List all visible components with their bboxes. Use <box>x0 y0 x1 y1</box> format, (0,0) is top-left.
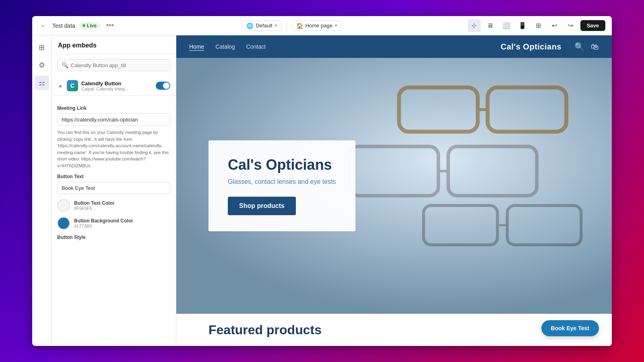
button-text-color-swatch[interactable] <box>57 199 70 212</box>
button-bg-color-swatch[interactable] <box>57 217 70 230</box>
chevron-down-icon: ▾ <box>275 23 277 28</box>
store-nav: Home Catalog Contact Cal's Opticians 🔍 🛍 <box>176 35 612 58</box>
button-text-color-info: Button Text Color #F5F5F5 <box>74 200 114 211</box>
store-search-icon[interactable]: 🔍 <box>574 42 584 51</box>
top-bar: ← Test data Live ••• 🌐 Default ▾ 🏠 Home … <box>32 16 612 35</box>
globe-icon: 🌐 <box>246 23 253 29</box>
button-style-label: Button Style <box>57 234 170 240</box>
meeting-link-label: Meeting Link <box>57 105 170 111</box>
app-toggle[interactable] <box>156 82 170 90</box>
homepage-selector[interactable]: 🏠 Home page ▾ <box>292 21 342 31</box>
live-badge: Live <box>79 22 100 29</box>
tablet-view-button[interactable]: ⬜ <box>500 19 513 32</box>
calendly-app-item: ▲ C Calendly Button Calpal: Calendly Int… <box>52 76 176 96</box>
top-bar-left: ← Test data Live ••• <box>39 21 116 31</box>
nav-link-home[interactable]: Home <box>189 43 204 50</box>
live-dot <box>83 24 85 27</box>
preview-area: Home Catalog Contact Cal's Opticians 🔍 🛍 <box>176 35 612 346</box>
app-name: Calendly Button <box>81 80 153 86</box>
sidebar-item-grid[interactable]: ⊞ <box>35 40 49 55</box>
store-nav-links: Home Catalog Contact <box>189 43 501 50</box>
sidebar-icons: ⊞ ⚙ ⚏ <box>32 35 52 346</box>
app-item-header: ▲ C Calendly Button Calpal: Calendly Int… <box>57 80 170 91</box>
search-box[interactable]: 🔍 <box>57 59 170 71</box>
hero-subtitle: Glasses, contact lenses and eye tests <box>228 178 336 185</box>
back-icon[interactable]: ← <box>39 21 48 31</box>
collapse-icon[interactable]: ▲ <box>57 82 64 89</box>
store-preview: Home Catalog Contact Cal's Opticians 🔍 🛍 <box>176 35 612 346</box>
top-bar-right: ⊹ 🖥 ⬜ 📱 ⊞ ↩ ↪ Save <box>468 19 605 32</box>
app-item-info: Calendly Button Calpal: Calendly Integ..… <box>81 80 153 91</box>
button-text-color-value: #F5F5F5 <box>74 206 114 211</box>
button-bg-color-value: #1773B0 <box>74 224 133 228</box>
app-icon: C <box>67 80 78 91</box>
home-icon: 🏠 <box>296 23 303 29</box>
settings-panel: Meeting Link You can find this on your C… <box>52 96 176 247</box>
app-sub: Calpal: Calendly Integ... <box>81 86 153 91</box>
button-text-color-label: Button Text Color <box>74 200 114 206</box>
store-cart-icon[interactable]: 🛍 <box>591 42 599 51</box>
desktop-view-button[interactable]: 🖥 <box>484 19 497 32</box>
more-options-button[interactable]: ••• <box>104 21 116 31</box>
sidebar-item-settings[interactable]: ⚙ <box>35 58 49 72</box>
hero-card: Cal's Opticians Glasses, contact lenses … <box>208 140 355 231</box>
zoom-button[interactable]: ⊞ <box>532 19 545 32</box>
left-panel: App embeds 🔍 ▲ C Calendly Button Calpal:… <box>52 35 176 346</box>
button-bg-color-info: Button Background Color #1773B0 <box>74 218 133 228</box>
select-tool-button[interactable]: ⊹ <box>468 19 481 32</box>
button-bg-color-row: Button Background Color #1773B0 <box>57 217 170 230</box>
undo-button[interactable]: ↩ <box>548 19 561 32</box>
redo-button[interactable]: ↪ <box>564 19 577 32</box>
hero-section: Cal's Opticians Glasses, contact lenses … <box>176 58 612 314</box>
sidebar-item-apps[interactable]: ⚏ <box>35 76 49 90</box>
search-input[interactable] <box>71 62 166 68</box>
button-text-input[interactable] <box>57 182 170 194</box>
save-button[interactable]: Save <box>580 20 605 31</box>
meeting-link-input[interactable] <box>57 113 170 126</box>
chevron-down-icon-2: ▾ <box>335 23 337 28</box>
default-selector[interactable]: 🌐 Default ▾ <box>242 21 281 31</box>
book-eye-test-button[interactable]: Book Eye Test <box>541 320 599 336</box>
shop-products-button[interactable]: Shop products <box>228 197 296 215</box>
button-text-color-row: Button Text Color #F5F5F5 <box>57 199 170 212</box>
search-icon: 🔍 <box>62 62 68 68</box>
separator <box>287 21 287 31</box>
featured-products-title: Featured products <box>208 323 322 337</box>
top-bar-center: 🌐 Default ▾ 🏠 Home page ▾ <box>121 21 463 31</box>
nav-link-contact[interactable]: Contact <box>246 43 266 50</box>
hero-title: Cal's Opticians <box>228 156 336 173</box>
button-bg-color-label: Button Background Color <box>74 218 133 224</box>
test-data-label: Test data <box>52 23 75 29</box>
meeting-link-help: You can find this on your Calendly meeti… <box>57 129 170 169</box>
mobile-view-button[interactable]: 📱 <box>516 19 529 32</box>
store-nav-icons: 🔍 🛍 <box>574 42 599 51</box>
panel-title: App embeds <box>52 35 176 54</box>
store-brand: Cal's Opticians <box>501 42 561 51</box>
button-text-label: Button Text <box>57 174 170 179</box>
content-area: ⊞ ⚙ ⚏ App embeds 🔍 ▲ C Calendly Button C… <box>32 35 612 346</box>
nav-link-catalog[interactable]: Catalog <box>215 43 235 50</box>
